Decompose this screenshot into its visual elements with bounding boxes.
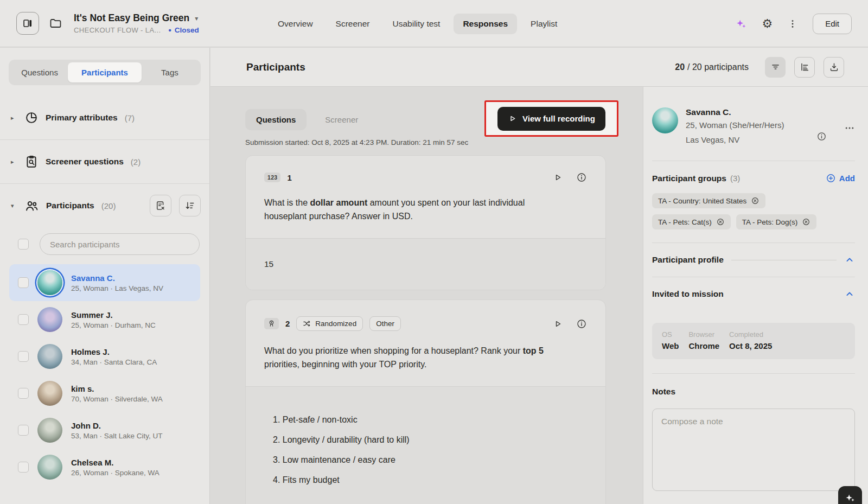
info-button[interactable] bbox=[816, 131, 827, 142]
filter-button[interactable] bbox=[765, 57, 786, 78]
clipboard-x-icon bbox=[155, 200, 166, 211]
project-subtitle: CHECKOUT FLOW - LA... bbox=[74, 26, 161, 34]
remove-group-button[interactable] bbox=[716, 218, 725, 226]
annotation-highlight: View full recording bbox=[484, 100, 618, 137]
row-checkbox[interactable] bbox=[18, 277, 29, 288]
tab-screener-responses[interactable]: Screener bbox=[314, 109, 369, 130]
tab-usability-test[interactable]: Usability test bbox=[384, 14, 450, 34]
circle-x-icon bbox=[716, 218, 725, 226]
participant-menu-button[interactable] bbox=[844, 123, 855, 133]
top-nav: Overview Screener Usability test Respons… bbox=[269, 0, 566, 47]
compose-note-input[interactable] bbox=[652, 409, 855, 491]
sparkles-icon bbox=[844, 492, 856, 504]
browser-label: Browser bbox=[688, 330, 719, 339]
list-item-participant[interactable]: Savanna C. 25, Woman · Las Vegas, NV bbox=[9, 264, 200, 301]
badge-label: Other bbox=[376, 320, 394, 328]
ai-assistant-button[interactable] bbox=[838, 486, 862, 504]
ranking-type-badge bbox=[264, 318, 279, 329]
participant-name: John D. bbox=[71, 421, 163, 430]
list-item-participant[interactable]: Holmes J. 34, Man · Santa Clara, CA bbox=[9, 338, 200, 375]
list-item-participant[interactable]: kim s. 70, Woman · Silverdale, WA bbox=[9, 375, 200, 412]
section-participants[interactable]: ▾ Participants (20) bbox=[0, 184, 209, 227]
app-window: It's Not Easy Being Green ▾ CHECKOUT FLO… bbox=[0, 0, 868, 504]
remove-group-button[interactable] bbox=[802, 218, 810, 226]
section-count: (7) bbox=[125, 113, 135, 123]
folder-button[interactable] bbox=[49, 17, 62, 30]
info-icon[interactable] bbox=[576, 172, 587, 183]
avatar bbox=[37, 418, 62, 443]
chevron-right-icon: ▸ bbox=[11, 114, 17, 122]
tab-questions[interactable]: Questions bbox=[245, 109, 307, 130]
play-icon[interactable] bbox=[552, 172, 563, 183]
chevron-down-icon: ▾ bbox=[195, 15, 198, 22]
participant-meta: 25, Woman · Las Vegas, NV bbox=[71, 284, 163, 292]
tab-playlist[interactable]: Playlist bbox=[521, 14, 566, 34]
status-label: Closed bbox=[175, 26, 199, 34]
section-count: (20) bbox=[101, 201, 116, 210]
section-participant-profile[interactable]: Participant profile bbox=[652, 243, 855, 277]
chart-view-button[interactable] bbox=[794, 57, 815, 78]
participant-meta-1: 25, Woman (She/Her/Hers) bbox=[686, 119, 784, 132]
section-count: (2) bbox=[131, 157, 141, 167]
circle-x-icon bbox=[751, 196, 760, 205]
number-type-badge: 123 bbox=[264, 173, 280, 182]
edit-button[interactable]: Edit bbox=[813, 14, 852, 34]
badge-label: Randomized bbox=[315, 320, 356, 328]
status-dot-icon: • bbox=[169, 28, 171, 33]
left-sidebar: Questions Participants Tags ▸ Primary at… bbox=[0, 48, 210, 504]
play-icon[interactable] bbox=[552, 318, 563, 329]
ranked-item: 2. Longevity / durability (hard to kill) bbox=[273, 430, 587, 450]
view-full-recording-button[interactable]: View full recording bbox=[497, 107, 605, 131]
pie-chart-icon bbox=[24, 111, 39, 125]
group-chip: TA - Pets: Dog(s) bbox=[736, 214, 817, 229]
tab-overview[interactable]: Overview bbox=[269, 14, 322, 34]
select-all-checkbox[interactable] bbox=[18, 239, 29, 250]
browser-value: Chrome bbox=[688, 341, 719, 350]
sort-button[interactable] bbox=[179, 195, 201, 216]
chevron-up-icon[interactable] bbox=[844, 254, 855, 265]
search-input[interactable] bbox=[40, 233, 200, 255]
settings-button[interactable]: ⚙ bbox=[762, 18, 773, 30]
question-text: What do you prioritize when shopping for… bbox=[264, 344, 561, 371]
row-checkbox[interactable] bbox=[18, 388, 29, 399]
sidebar-toggle-button[interactable] bbox=[16, 12, 39, 35]
os-value: Web bbox=[662, 341, 679, 350]
chevron-up-icon[interactable] bbox=[844, 289, 855, 299]
section-label: Participants bbox=[46, 201, 94, 210]
list-item-participant[interactable]: Chelsea M. 26, Woman · Spokane, WA bbox=[9, 449, 200, 486]
section-label: Invited to mission bbox=[652, 289, 724, 299]
row-checkbox[interactable] bbox=[18, 314, 29, 325]
list-item-participant[interactable]: John D. 53, Man · Salt Lake City, UT bbox=[9, 412, 200, 449]
list-item-participant[interactable]: Summer J. 25, Woman · Durham, NC bbox=[9, 301, 200, 338]
row-checkbox[interactable] bbox=[18, 425, 29, 436]
chevron-right-icon: ▸ bbox=[11, 158, 17, 165]
section-screener-questions[interactable]: ▸ Screener questions (2) bbox=[0, 140, 209, 183]
avatar bbox=[37, 307, 62, 332]
sidebar-tab-questions[interactable]: Questions bbox=[11, 62, 68, 82]
question-card-2: 2 Randomized Other bbox=[245, 299, 606, 504]
group-chip: TA - Country: United States bbox=[652, 193, 765, 208]
participant-meta: 70, Woman · Silverdale, WA bbox=[71, 395, 163, 403]
more-options-button[interactable] bbox=[787, 18, 798, 29]
os-label: OS bbox=[662, 330, 679, 339]
project-title-dropdown[interactable]: It's Not Easy Being Green ▾ bbox=[74, 12, 199, 24]
section-primary-attributes[interactable]: ▸ Primary attributes (7) bbox=[0, 96, 209, 139]
remove-group-button[interactable] bbox=[751, 196, 760, 205]
download-button[interactable] bbox=[824, 57, 844, 78]
section-invited-to-mission[interactable]: Invited to mission bbox=[652, 277, 855, 311]
content-header: Participants 20 / 20 participants bbox=[210, 48, 868, 87]
add-group-button[interactable]: Add bbox=[826, 173, 855, 183]
row-checkbox[interactable] bbox=[18, 351, 29, 362]
tab-screener[interactable]: Screener bbox=[327, 14, 379, 34]
info-icon bbox=[816, 131, 827, 142]
remove-from-list-button[interactable] bbox=[150, 195, 171, 216]
ai-sparkles-button[interactable] bbox=[735, 18, 747, 30]
participant-name: Summer J. bbox=[71, 310, 156, 320]
row-checkbox[interactable] bbox=[18, 462, 29, 473]
tab-responses[interactable]: Responses bbox=[454, 14, 517, 34]
ranked-item: 4. Fits my budget bbox=[273, 470, 587, 490]
question-card-1: 123 1 What is the dollar amount amount bbox=[245, 155, 606, 290]
sidebar-tab-tags[interactable]: Tags bbox=[142, 62, 198, 82]
sidebar-tab-participants[interactable]: Participants bbox=[68, 62, 142, 82]
info-icon[interactable] bbox=[576, 318, 587, 329]
